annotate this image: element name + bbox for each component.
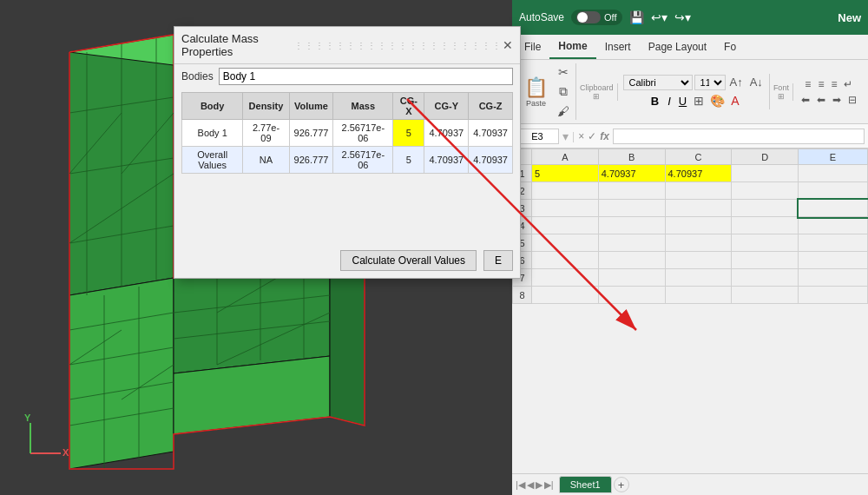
- col-header-b[interactable]: B: [598, 149, 665, 165]
- cell-e7[interactable]: [799, 269, 868, 287]
- formula-input[interactable]: [613, 129, 865, 144]
- confirm-formula-icon[interactable]: ✓: [588, 130, 596, 142]
- cell-c8[interactable]: [665, 287, 732, 304]
- align-top-left-button[interactable]: ≡: [802, 77, 813, 91]
- undo-icon[interactable]: ↩▾: [651, 10, 667, 24]
- align-center-button[interactable]: ≡: [815, 77, 826, 91]
- col-header-d[interactable]: D: [732, 149, 799, 165]
- grid-table: A B C D E 1 5 4.70937 4.70937: [512, 148, 868, 304]
- cell-reference-input[interactable]: [516, 129, 559, 144]
- cell-a1[interactable]: 5: [532, 165, 599, 182]
- italic-button[interactable]: I: [664, 94, 674, 109]
- cell-a5[interactable]: [532, 234, 599, 252]
- cell-a8[interactable]: [532, 287, 599, 304]
- cell-e3[interactable]: [799, 200, 868, 217]
- cell-d7[interactable]: [732, 269, 799, 287]
- font-color-button[interactable]: A: [728, 92, 741, 109]
- sheet-tab-1[interactable]: Sheet1: [559, 476, 612, 493]
- insert-function-icon[interactable]: fx: [600, 130, 609, 142]
- col-header-e[interactable]: E: [799, 149, 868, 165]
- paste-button[interactable]: 📋 Paste: [519, 75, 553, 109]
- cell-d5[interactable]: [732, 234, 799, 252]
- fill-color-button[interactable]: 🎨: [707, 92, 727, 109]
- tab-formulas[interactable]: Fo: [715, 36, 745, 58]
- cell-c1[interactable]: 4.70937: [665, 165, 732, 182]
- export-button[interactable]: E: [483, 250, 513, 271]
- font-name-select[interactable]: Calibri: [623, 75, 693, 90]
- align-right2-button[interactable]: ➡: [830, 93, 844, 107]
- col-header-a[interactable]: A: [532, 149, 599, 165]
- cell-d3[interactable]: [732, 200, 799, 217]
- cell-c4[interactable]: [665, 217, 732, 234]
- cell-b6[interactable]: [598, 252, 665, 269]
- font-row-1: Calibri 11 A↑ A↓: [623, 74, 766, 90]
- cell-d1[interactable]: [732, 165, 799, 182]
- autosave-toggle[interactable]: Off: [571, 10, 621, 25]
- cell-c7[interactable]: [665, 269, 732, 287]
- cell-a7[interactable]: [532, 269, 599, 287]
- cell-d4[interactable]: [732, 217, 799, 234]
- autosave-label: AutoSave: [519, 11, 564, 23]
- cell-c3[interactable]: [665, 200, 732, 217]
- calculate-overall-values-button[interactable]: Calculate Overall Values: [340, 250, 477, 271]
- decrease-font-button[interactable]: A↓: [747, 74, 766, 90]
- font-size-select[interactable]: 11: [694, 75, 726, 90]
- spreadsheet-grid[interactable]: A B C D E 1 5 4.70937 4.70937: [512, 148, 868, 473]
- cancel-formula-icon[interactable]: ×: [578, 130, 584, 142]
- cell-e5[interactable]: [799, 234, 868, 252]
- cell-b1[interactable]: 4.70937: [598, 165, 665, 182]
- save-icon[interactable]: 💾: [629, 10, 644, 24]
- cell-d6[interactable]: [732, 252, 799, 269]
- tab-insert[interactable]: Insert: [596, 36, 640, 58]
- cell-e2[interactable]: [799, 182, 868, 200]
- cell-b2[interactable]: [598, 182, 665, 200]
- sheet-nav-first[interactable]: |◀: [516, 479, 525, 491]
- underline-button[interactable]: U: [675, 94, 690, 109]
- add-sheet-button[interactable]: +: [614, 477, 629, 492]
- cell-c2[interactable]: [665, 182, 732, 200]
- cell-e8[interactable]: [799, 287, 868, 304]
- cell-e1[interactable]: [799, 165, 868, 182]
- tab-home[interactable]: Home: [549, 35, 595, 59]
- cell-b7[interactable]: [598, 269, 665, 287]
- align-right-button[interactable]: ≡: [828, 77, 839, 91]
- cell-a4[interactable]: [532, 217, 599, 234]
- merge-button[interactable]: ⊟: [845, 93, 859, 107]
- align-mid-button[interactable]: ⬅: [814, 93, 828, 107]
- cell-b3[interactable]: [598, 200, 665, 217]
- formula-bar-separator: ▾: [562, 129, 569, 143]
- bodies-input[interactable]: [219, 68, 513, 85]
- cell-c6[interactable]: [665, 252, 732, 269]
- svg-text:Y: Y: [24, 414, 31, 423]
- increase-font-button[interactable]: A↑: [727, 74, 746, 90]
- cell-b8[interactable]: [598, 287, 665, 304]
- sheet-nav-last[interactable]: ▶|: [544, 479, 554, 491]
- svg-text:X: X: [62, 447, 69, 458]
- svg-marker-6: [330, 261, 365, 426]
- cell-e6[interactable]: [799, 252, 868, 269]
- border-button[interactable]: ⊞: [691, 92, 707, 109]
- cell-b4[interactable]: [598, 217, 665, 234]
- tab-page-layout[interactable]: Page Layout: [640, 36, 715, 58]
- cell-d8[interactable]: [732, 287, 799, 304]
- cut-icon[interactable]: ✂: [555, 63, 572, 81]
- sheet-nav-prev[interactable]: ◀: [527, 479, 534, 491]
- col-header-c[interactable]: C: [665, 149, 732, 165]
- cell-d2[interactable]: [732, 182, 799, 200]
- cell-b5[interactable]: [598, 234, 665, 252]
- copy-icon[interactable]: ⧉: [555, 82, 572, 101]
- wrap-text-button[interactable]: ↵: [841, 77, 855, 91]
- cell-a3[interactable]: [532, 200, 599, 217]
- cell-e4[interactable]: [799, 217, 868, 234]
- cell-c5[interactable]: [665, 234, 732, 252]
- dialog-close-button[interactable]: ✕: [503, 38, 513, 52]
- format-painter-icon[interactable]: 🖌: [555, 102, 572, 120]
- sheet-nav-next[interactable]: ▶: [536, 479, 542, 491]
- redo-icon[interactable]: ↪▾: [674, 10, 691, 24]
- cell-a2[interactable]: [532, 182, 599, 200]
- new-label: New: [838, 11, 861, 24]
- bold-button[interactable]: B: [647, 94, 663, 109]
- cell-a6[interactable]: [532, 252, 599, 269]
- sheet-tabs-bar: |◀ ◀ ▶ ▶| Sheet1 +: [512, 473, 868, 495]
- align-left-button[interactable]: ⬅: [799, 93, 812, 107]
